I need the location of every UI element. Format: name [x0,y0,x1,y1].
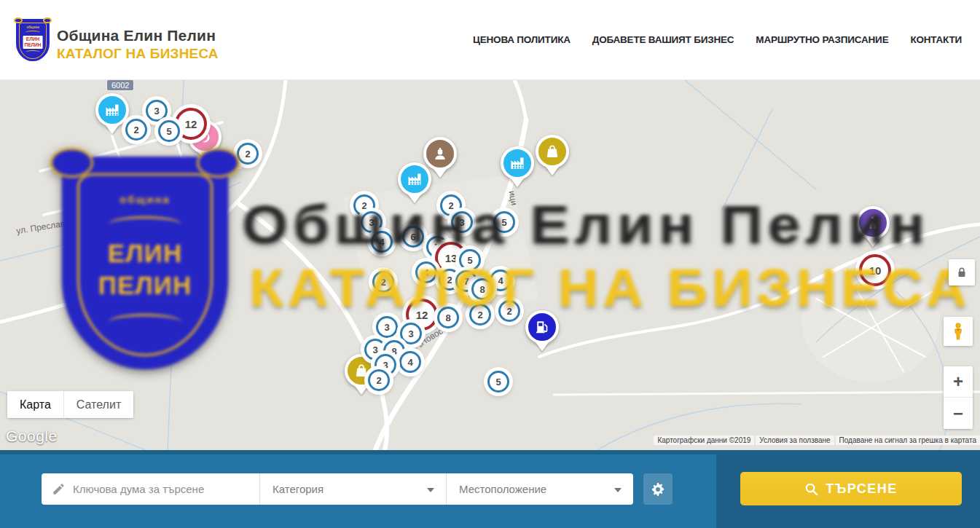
nav-item-add-business[interactable]: ДОБАВЕТЕ ВАШИЯТ БИЗНЕС [592,34,734,45]
pegman-icon [950,322,966,341]
map-type-satellite-button[interactable]: Сателит [63,391,133,418]
nav-item-pricing[interactable]: ЦЕНОВА ПОЛИТИКА [473,34,571,45]
municipality-crest-logo: община ЕЛИН ПЕЛИН [16,19,50,61]
map-cluster-marker[interactable]: 12 [175,108,207,140]
watermark-title: Община Елин Пелин [242,194,930,256]
crest-ornament [26,31,40,34]
pegman-button[interactable] [944,317,973,346]
search-fields: Категория Местоположение [42,473,633,505]
crest-caption: община [16,25,50,29]
map-cluster-marker[interactable]: 4 [399,351,421,373]
map-cluster-marker[interactable]: 5 [487,371,509,393]
category-select-value: Категория [273,483,324,495]
nav-item-contacts[interactable]: КОНТАКТИ [910,34,962,45]
crest-name-line2: ПЕЛИН [98,269,192,302]
street-view-lock-button[interactable] [949,259,975,285]
crest-ornament [26,50,40,54]
map-cluster-marker[interactable]: 3 [400,323,422,344]
brand-text: Община Елин Пелин КАТАЛОГ НА БИЗНЕСА [57,19,219,62]
map-type-map-button[interactable]: Карта [7,391,63,418]
crest-name-line1: ЕЛИН [25,36,42,42]
keyword-search-input[interactable] [73,483,251,495]
header: община ЕЛИН ПЕЛИН Община Елин Пелин КАТА… [0,0,980,80]
crest-name-line1: ЕЛИН [98,237,192,269]
search-button-label: ТЪРСЕНЕ [826,481,898,497]
chevron-down-icon [614,488,622,492]
location-select[interactable]: Местоположение [447,473,633,505]
site-subtitle: КАТАЛОГ НА БИЗНЕСА [57,46,219,62]
map-cluster-marker[interactable]: 5 [158,120,180,142]
map-attribution: Картографски данни ©2019 Условия за полз… [652,435,980,445]
google-logo[interactable]: Google [6,427,58,445]
municipality-crest-watermark: община ЕЛИН ПЕЛИН [62,157,228,369]
crest-ornament [197,148,240,178]
map-cluster-marker[interactable]: 2 [237,143,259,165]
advanced-search-button[interactable] [643,473,673,505]
map-type-control: Карта Сателит [7,391,133,418]
attribution-terms-link[interactable]: Условия за ползване [756,436,834,445]
lock-icon [955,266,968,279]
search-icon [804,482,818,496]
map-cluster-marker[interactable]: 2 [125,119,147,141]
gear-icon [651,482,665,497]
pencil-icon [52,482,66,496]
attribution-data-notice: Картографски данни ©2019 [654,436,754,445]
zoom-control: + − [944,366,973,429]
crest-name: ЕЛИН ПЕЛИН [98,237,192,302]
location-select-value: Местоположение [459,483,546,495]
map-cluster-marker[interactable]: 3 [376,316,398,338]
crest-shield: община ЕЛИН ПЕЛИН [62,157,228,369]
map-canvas[interactable]: 31225222335647135104247282212833384325 о… [0,80,980,450]
crest-ornament [43,17,52,23]
map-cluster-marker[interactable]: 3 [146,100,168,122]
site-title: Община Елин Пелин [57,27,219,44]
crest-ornament [109,216,181,233]
map-cluster-marker[interactable]: 2 [368,369,390,391]
watermark-subtitle: КАТАЛОГ НА БИЗНЕСА [249,258,971,318]
crest-name: ЕЛИН ПЕЛИН [23,36,43,50]
main-nav: ЦЕНОВА ПОЛИТИКА ДОБАВЕТЕ ВАШИЯТ БИЗНЕС М… [473,0,962,79]
nav-item-bus-schedule[interactable]: МАРШРУТНО РАЗПИСАНИЕ [756,34,888,45]
brand-logo-link[interactable]: община ЕЛИН ПЕЛИН Община Елин Пелин КАТА… [16,19,219,62]
zoom-out-button[interactable]: − [944,398,973,429]
chevron-down-icon [427,488,434,492]
search-button[interactable]: ТЪРСЕНЕ [740,472,962,505]
crest-shield: община ЕЛИН ПЕЛИН [16,19,50,61]
crest-caption: община [62,193,228,205]
category-select[interactable]: Категория [260,473,447,505]
crest-ornament [14,17,23,23]
zoom-in-button[interactable]: + [944,366,973,398]
attribution-report-link[interactable]: Подаване на сигнал за грешка в картата [836,436,980,445]
search-bar: Категория Местоположение ТЪРСЕНЕ [0,450,980,528]
page: община ЕЛИН ПЕЛИН Община Елин Пелин КАТА… [0,0,980,528]
watermark-crest: община ЕЛИН ПЕЛИН [62,157,228,369]
crest-name-line2: ПЕЛИН [25,42,42,48]
keyword-field [42,473,260,505]
